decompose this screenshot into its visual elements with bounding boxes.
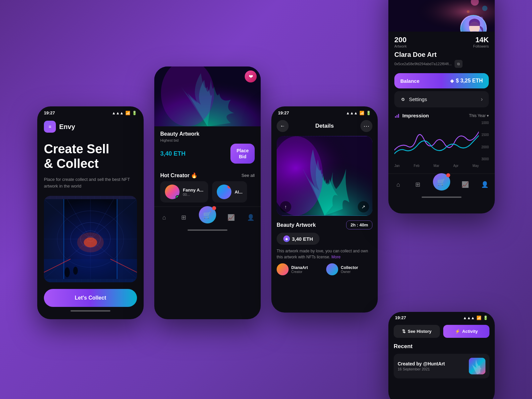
place-bid-button[interactable]: PlaceBid bbox=[230, 144, 255, 164]
recent-thumbnail bbox=[469, 358, 485, 374]
settings-left: Settings bbox=[400, 96, 427, 102]
share-button[interactable]: ↑ bbox=[280, 201, 291, 212]
cart-fab-button[interactable]: 🛒 bbox=[199, 206, 216, 223]
recent-section: Recent Created by @HuntArt 16 September … bbox=[394, 343, 489, 378]
verified-badge bbox=[176, 195, 180, 199]
expand-button[interactable]: ↗ bbox=[358, 201, 369, 212]
collector-person-role: Owner bbox=[341, 270, 358, 274]
see-history-button[interactable]: ⇅ See History bbox=[394, 325, 440, 338]
time-display-5: 19:27 bbox=[395, 315, 406, 320]
home-indicator bbox=[70, 310, 110, 312]
phone-activity: 19:27 ▲▲▲ 📶 🔋 ⇅ See History ⚡ Activity R… bbox=[388, 312, 495, 399]
artwork-description: This artwork made by love, you can colle… bbox=[277, 248, 372, 260]
hot-creator-title: Hot Creator 🔥 bbox=[160, 172, 198, 179]
wallet-row: 0x5ce2a58e9fd294abd7a122f84fl... ⧉ bbox=[394, 60, 489, 68]
creator-name: Fanny A... bbox=[183, 188, 203, 193]
balance-label: Balance bbox=[400, 78, 420, 84]
copy-wallet-button[interactable]: ⧉ bbox=[455, 60, 463, 68]
creator-info-fanny: Fanny A... 00... bbox=[183, 188, 203, 197]
user-nav-icon-4[interactable]: 👤 bbox=[480, 180, 489, 189]
collector-person-name: Collector bbox=[341, 265, 358, 270]
activity-button[interactable]: ⚡ Activity bbox=[443, 325, 489, 338]
creator-card-fanny[interactable]: Fanny A... 00... bbox=[160, 181, 208, 202]
chart-x-labels: Jan Feb Mar Apr May bbox=[394, 164, 479, 168]
chart-nav-icon[interactable]: 📈 bbox=[226, 213, 236, 222]
hot-creator-header: Hot Creator 🔥 See all bbox=[154, 168, 261, 181]
creator-name-al: Al... bbox=[235, 190, 243, 195]
phone-onboarding: 19:27 ▲▲▲ 📶 🔋 ≡ Envy Create Sell & Colle… bbox=[37, 106, 144, 319]
artwork-title: Beauty Artwork bbox=[160, 131, 200, 137]
creator-person-info: DianaArt Creator bbox=[291, 265, 308, 274]
lets-collect-button[interactable]: Let's Collect bbox=[44, 289, 137, 307]
creator-collector-row: DianaArt Creator Collector Owner bbox=[277, 263, 372, 275]
creator-avatar-al bbox=[217, 185, 231, 199]
chart-y-labels: 3000 2000 1500 1000 bbox=[481, 121, 489, 161]
profile-name-section: Clara Doe Art 0x5ce2a58e9fd294abd7a122f8… bbox=[388, 51, 495, 70]
svg-rect-42 bbox=[395, 116, 396, 118]
svg-point-24 bbox=[65, 267, 70, 277]
eth-icon: ◈ bbox=[450, 78, 454, 83]
live-badge bbox=[227, 185, 231, 189]
tunnel-artwork bbox=[44, 196, 137, 282]
signal-icon: ▲▲▲ bbox=[112, 111, 124, 115]
back-button[interactable]: ← bbox=[277, 120, 289, 132]
profile-nav-icon[interactable]: 👤 bbox=[246, 213, 255, 222]
chart-nav-icon-4[interactable]: 📈 bbox=[461, 180, 470, 189]
collector-person-avatar bbox=[326, 263, 338, 275]
creator-person-role: Creator bbox=[291, 270, 308, 274]
recent-item[interactable]: Created by @HuntArt 16 September 2021 bbox=[394, 354, 489, 378]
detail-price: 3,40 ETH bbox=[292, 236, 313, 242]
more-link[interactable]: More bbox=[332, 255, 340, 259]
artwork-stat: 200 Artwork bbox=[394, 36, 407, 48]
eth-symbol-icon: ◈ bbox=[283, 235, 290, 242]
profile-avatar bbox=[460, 15, 487, 32]
impression-title: Impression bbox=[394, 113, 429, 118]
followers-stat: 14K Followers bbox=[473, 36, 489, 48]
gallery-nav-icon[interactable]: ⊞ bbox=[179, 213, 189, 222]
settings-row[interactable]: Settings › bbox=[394, 91, 489, 107]
status-icons-3: ▲▲▲ 📶 🔋 bbox=[346, 111, 371, 115]
this-year-dropdown[interactable]: This Year ▾ bbox=[469, 113, 489, 118]
phone-listing: ❤ Beauty Artwork Highest bid 3,40 ETH Pl… bbox=[154, 66, 261, 319]
followers-count: 14K bbox=[473, 36, 489, 44]
hero-subtitle: Place for create collect and sell the be… bbox=[44, 176, 137, 189]
artwork-count: 200 bbox=[394, 36, 407, 44]
time-display-3: 19:27 bbox=[278, 110, 289, 115]
status-icons: ▲▲▲ 📶 🔋 bbox=[112, 111, 137, 115]
home-indicator-4 bbox=[422, 197, 462, 198]
artwork-info: Beauty Artwork Highest bid 3,40 ETH Plac… bbox=[154, 126, 261, 168]
hero-image bbox=[44, 196, 137, 282]
detail-artwork-title: Beauty Artwork bbox=[277, 222, 316, 228]
nav-bar: ⌂ ⊞ 🛒 📈 👤 bbox=[154, 206, 261, 226]
details-page-title: Details bbox=[315, 123, 334, 129]
see-all-link[interactable]: See all bbox=[241, 173, 255, 178]
bid-amount: 3,40 ETH bbox=[160, 150, 186, 157]
creator-info-al: Al... bbox=[235, 190, 243, 195]
profile-name: Clara Doe Art bbox=[394, 51, 489, 59]
chart-svg bbox=[394, 121, 479, 161]
collector-card: Collector Owner bbox=[326, 263, 372, 275]
cart-badge-4 bbox=[446, 173, 450, 177]
bid-label: Highest bid bbox=[160, 138, 255, 142]
home-nav-icon-4[interactable]: ⌂ bbox=[394, 180, 403, 189]
home-indicator-2 bbox=[188, 229, 227, 231]
wifi-icon: 📶 bbox=[125, 111, 130, 115]
svg-point-38 bbox=[467, 10, 469, 13]
history-activity-tabs: ⇅ See History ⚡ Activity bbox=[394, 325, 489, 338]
more-options-button[interactable]: ⋯ bbox=[360, 120, 372, 132]
settings-chevron-icon: › bbox=[481, 96, 483, 103]
cart-badge bbox=[212, 206, 216, 210]
creator-person-name: DianaArt bbox=[291, 265, 308, 270]
heart-badge[interactable]: ❤ bbox=[245, 70, 257, 82]
battery-icon: 🔋 bbox=[132, 111, 137, 115]
home-nav-icon[interactable]: ⌂ bbox=[160, 213, 169, 222]
eth-price-badge: ◈ 3,40 ETH bbox=[277, 233, 320, 245]
wallet-address: 0x5ce2a58e9fd294abd7a122f84fl... bbox=[394, 62, 452, 66]
svg-rect-44 bbox=[398, 114, 399, 117]
creator-card-al[interactable]: Al... bbox=[212, 181, 247, 202]
gallery-nav-icon-4[interactable]: ⊞ bbox=[413, 180, 423, 189]
artwork-detail-image: ↑ ↗ bbox=[277, 136, 372, 216]
svg-point-16 bbox=[77, 232, 104, 252]
recent-info: Created by @HuntArt 16 September 2021 bbox=[398, 361, 445, 371]
cart-fab-button-4[interactable]: 🛒 bbox=[433, 173, 450, 191]
